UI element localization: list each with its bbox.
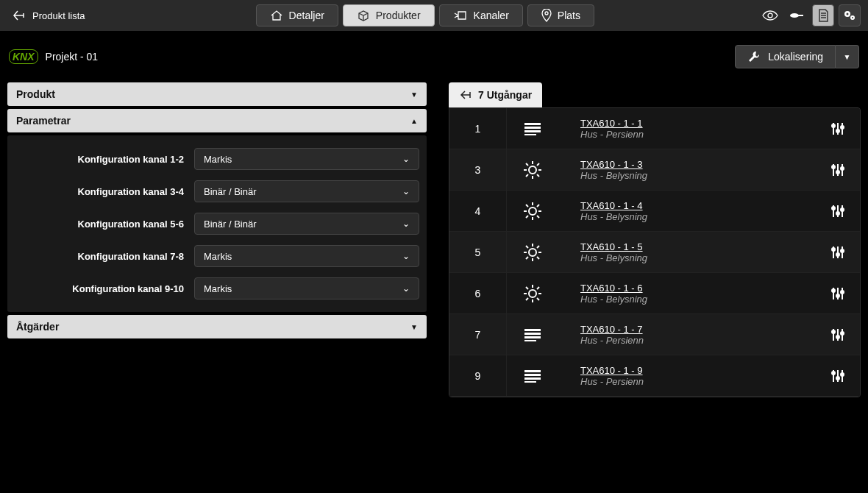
accordion-product-label: Produkt xyxy=(16,88,55,100)
param-value: Markis xyxy=(204,154,232,165)
plug-button[interactable] xyxy=(786,4,808,26)
output-row[interactable]: 6TXA610 - 1 - 6Hus - Belysning xyxy=(449,273,860,314)
back-arrow-icon xyxy=(13,10,26,21)
light-icon xyxy=(507,243,558,262)
output-row[interactable]: 7TXA610 - 1 - 7Hus - Persienn xyxy=(449,314,860,355)
svg-point-45 xyxy=(832,207,835,210)
param-select[interactable]: Binär / Binär⌄ xyxy=(194,180,419,202)
output-number: 3 xyxy=(449,149,507,190)
nav-tabs: Detaljer Produkter Kanaler Plats xyxy=(256,4,594,26)
tab-details[interactable]: Detaljer xyxy=(256,4,338,26)
svg-point-30 xyxy=(832,166,835,169)
output-name[interactable]: TXA610 - 1 - 3 xyxy=(580,159,816,170)
output-row[interactable]: 1TXA610 - 1 - 1Hus - Persienn xyxy=(449,108,860,149)
svg-point-32 xyxy=(841,167,844,170)
output-row[interactable]: 9TXA610 - 1 - 9Hus - Persienn xyxy=(449,355,860,397)
svg-rect-91 xyxy=(524,381,536,383)
output-name[interactable]: TXA610 - 1 - 5 xyxy=(580,241,816,252)
svg-rect-90 xyxy=(524,377,541,380)
param-label: Konfiguration kanal 9-10 xyxy=(15,283,184,294)
svg-point-33 xyxy=(529,208,536,215)
svg-rect-78 xyxy=(524,329,541,331)
output-settings-button[interactable] xyxy=(816,203,860,219)
param-label: Konfiguration kanal 3-4 xyxy=(15,186,184,197)
param-select[interactable]: Markis⌄ xyxy=(194,277,419,299)
output-settings-button[interactable] xyxy=(816,162,860,178)
output-settings-button[interactable] xyxy=(816,244,860,260)
param-select[interactable]: Markis⌄ xyxy=(194,245,419,267)
plug-icon xyxy=(789,11,805,20)
svg-line-69 xyxy=(537,298,539,300)
svg-point-5 xyxy=(846,13,848,15)
shutter-icon xyxy=(507,327,558,342)
outputs-header: 7 Utgångar xyxy=(478,89,532,101)
param-value: Binär / Binär xyxy=(204,219,257,230)
output-text: TXA610 - 1 - 1Hus - Persienn xyxy=(558,118,816,140)
svg-point-46 xyxy=(836,212,839,215)
param-label: Konfiguration kanal 7-8 xyxy=(15,251,184,262)
svg-rect-88 xyxy=(524,370,541,372)
settings-button[interactable] xyxy=(839,4,861,26)
svg-line-54 xyxy=(537,257,539,259)
output-row[interactable]: 5TXA610 - 1 - 5Hus - Belysning xyxy=(449,232,860,273)
svg-line-38 xyxy=(526,205,528,207)
outputs-tab[interactable]: 7 Utgångar xyxy=(449,82,542,107)
pin-icon xyxy=(541,9,552,22)
tab-products[interactable]: Produkter xyxy=(343,4,435,26)
svg-point-31 xyxy=(836,171,839,174)
top-toolbar: Produkt lista Detaljer Produkter Kanaler… xyxy=(0,0,868,31)
shutter-icon xyxy=(507,369,558,383)
tab-place[interactable]: Plats xyxy=(527,4,594,26)
output-name[interactable]: TXA610 - 1 - 4 xyxy=(580,200,816,211)
wrench-icon xyxy=(747,50,761,63)
output-text: TXA610 - 1 - 3Hus - Belysning xyxy=(558,159,816,181)
chevron-down-icon: ⌄ xyxy=(402,154,410,164)
localization-button[interactable]: Lokalisering ▼ xyxy=(735,45,859,68)
output-text: TXA610 - 1 - 9Hus - Persienn xyxy=(558,365,816,387)
back-button[interactable]: Produkt lista xyxy=(7,7,91,24)
tab-products-label: Produkter xyxy=(376,10,421,21)
param-label: Konfiguration kanal 1-2 xyxy=(15,154,184,165)
light-icon xyxy=(507,160,558,180)
param-select[interactable]: Markis⌄ xyxy=(194,148,419,170)
output-row[interactable]: 4TXA610 - 1 - 4Hus - Belysning xyxy=(449,191,860,232)
eye-button[interactable] xyxy=(759,4,781,26)
output-name[interactable]: TXA610 - 1 - 7 xyxy=(580,324,816,335)
accordion-actions[interactable]: Åtgärder ▼ xyxy=(7,315,427,338)
param-value: Binär / Binär xyxy=(204,186,257,197)
svg-point-96 xyxy=(836,377,839,380)
svg-point-7 xyxy=(852,17,853,18)
localization-dropdown[interactable]: ▼ xyxy=(836,45,859,68)
knx-logo: KNX xyxy=(9,49,38,64)
chevron-up-icon: ▲ xyxy=(410,117,418,125)
output-name[interactable]: TXA610 - 1 - 9 xyxy=(580,365,816,376)
output-number: 1 xyxy=(449,108,507,149)
outputs-list: 1TXA610 - 1 - 1Hus - Persienn3TXA610 - 1… xyxy=(449,107,861,397)
svg-line-56 xyxy=(526,257,528,259)
localization-main[interactable]: Lokalisering xyxy=(735,45,836,68)
output-number: 7 xyxy=(449,314,507,355)
output-name[interactable]: TXA610 - 1 - 6 xyxy=(580,283,816,294)
output-settings-button[interactable] xyxy=(816,327,860,343)
output-settings-button[interactable] xyxy=(816,368,860,384)
output-settings-button[interactable] xyxy=(816,285,860,302)
document-button[interactable] xyxy=(812,4,834,26)
output-text: TXA610 - 1 - 6Hus - Belysning xyxy=(558,283,816,305)
output-settings-button[interactable] xyxy=(816,121,860,137)
channels-icon xyxy=(453,10,468,21)
output-name[interactable]: TXA610 - 1 - 1 xyxy=(580,118,816,129)
param-row: Konfiguration kanal 3-4Binär / Binär⌄ xyxy=(15,175,419,208)
tab-channels[interactable]: Kanaler xyxy=(439,4,523,26)
svg-rect-81 xyxy=(524,340,536,341)
svg-rect-9 xyxy=(524,127,541,129)
svg-line-41 xyxy=(526,216,528,218)
output-row[interactable]: 3TXA610 - 1 - 3Hus - Belysning xyxy=(449,149,860,191)
svg-rect-3 xyxy=(797,15,803,16)
main-content: Produkt ▼ Parametrar ▲ Konfiguration kan… xyxy=(0,82,868,397)
svg-rect-8 xyxy=(524,123,541,125)
tab-place-label: Plats xyxy=(558,10,580,21)
accordion-product[interactable]: Produkt ▼ xyxy=(7,82,427,106)
param-row: Konfiguration kanal 5-6Binär / Binär⌄ xyxy=(15,208,419,240)
accordion-parameters[interactable]: Parametrar ▲ xyxy=(7,109,427,132)
param-select[interactable]: Binär / Binär⌄ xyxy=(194,213,419,235)
